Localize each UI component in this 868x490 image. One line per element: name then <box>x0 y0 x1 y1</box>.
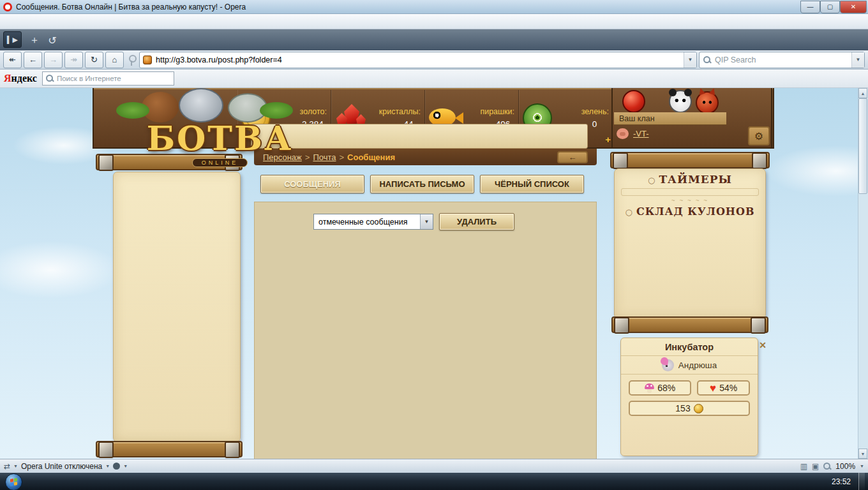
panda-icon[interactable] <box>669 90 692 113</box>
logo-title[interactable]: БОТВА <box>97 121 343 156</box>
right-scroll-bar-bottom <box>611 316 768 333</box>
cloud <box>766 145 868 197</box>
logo-subtitle: ONLINE <box>192 158 248 167</box>
minimize-button[interactable]: — <box>800 1 820 13</box>
title-bar: Сообщения. Ботва Онлайн | Битва за реаль… <box>0 0 868 14</box>
address-bar: ↞ ← → ↠ ↻ ⌂ http://g3.botva.ru/post.php?… <box>0 50 868 70</box>
globe-icon[interactable] <box>113 463 120 470</box>
pendants-heading: ○СКЛАД КУЛОНОВ <box>615 205 765 218</box>
logo-characters <box>97 88 343 121</box>
scroll-thumb[interactable] <box>858 98 867 194</box>
page-viewport: золото: 2.384 кристаллы: 44 пирашки: 496… <box>0 88 868 459</box>
pet-food-stat: 68% <box>629 380 691 396</box>
page-scrollbar[interactable]: ▲ ▼ <box>858 88 868 459</box>
search-icon <box>703 56 711 64</box>
pet-health-stat: ♥ 54% <box>697 380 750 396</box>
heart-icon: ♥ <box>710 383 716 394</box>
incubator-close-icon[interactable]: ✕ <box>759 340 767 350</box>
pet-icon <box>662 359 674 371</box>
close-button[interactable]: ✕ <box>840 1 867 13</box>
devil-icon[interactable] <box>696 91 719 114</box>
back-arrow-button[interactable]: ← <box>557 151 588 163</box>
timers-heading: ○ТАЙМЕРЫ <box>615 173 765 186</box>
resource-label: зелень: <box>581 107 609 116</box>
cloud <box>0 241 121 299</box>
closed-tabs-button[interactable]: ↺ <box>44 33 61 48</box>
clan-link[interactable]: -VT- <box>633 129 649 138</box>
sync-icon[interactable]: ⇄ <box>4 462 10 471</box>
zoom-dropdown[interactable]: ▼ <box>860 464 864 468</box>
pet-name[interactable]: Андрюша <box>678 360 717 370</box>
home-button[interactable]: ⌂ <box>105 52 124 68</box>
right-sidebar-scroll: ○ТАЙМЕРЫ ~ ~ ~ ~ ~ ○СКЛАД КУЛОНОВ <box>614 168 766 319</box>
mushroom-icon <box>645 383 654 393</box>
botva-logo: БОТВА ONLINE <box>97 88 343 176</box>
fast-forward-button[interactable]: ↠ <box>64 52 83 68</box>
buy-green-button[interactable]: + <box>605 134 611 145</box>
scroll-down-arrow[interactable]: ▼ <box>858 449 867 459</box>
left-scroll-bar-bottom <box>96 441 243 457</box>
menu-bar <box>0 14 868 29</box>
status-bar: ⇄▼ Opera Unite отключена▼ ▼ ▥ ▣ 100% ▼ <box>0 459 868 473</box>
breadcrumb-current: Сообщения <box>347 152 395 162</box>
messages-content-panel: отмеченные сообщения ▼ УДАЛИТЬ <box>254 202 597 459</box>
maximize-button[interactable]: ▢ <box>820 1 840 13</box>
windows-taskbar: 23:52 <box>0 473 868 490</box>
tab-black-list[interactable]: ЧЁРНЫЙ СПИСОК <box>480 175 584 193</box>
search-icon <box>46 75 54 82</box>
delete-button[interactable]: УДАЛИТЬ <box>439 213 514 230</box>
clan-pig-icon <box>617 128 629 139</box>
panels-toggle-button[interactable]: ▍▶ <box>3 31 22 48</box>
window-title: Сообщения. Ботва Онлайн | Битва за реаль… <box>16 3 246 11</box>
incubator-panel: Инкубатор ✕ Андрюша 68% ♥ 54% 153 <box>620 338 758 456</box>
messages-filter-select[interactable]: отмеченные сообщения ▼ <box>313 214 433 230</box>
yandex-search-placeholder: Поиск в Интернете <box>57 75 121 82</box>
incubator-title: Инкубатор <box>665 342 714 352</box>
sidebar-gear-button[interactable]: ⚙ <box>748 126 770 145</box>
select-value: отмеченные сообщения <box>314 218 420 226</box>
yandex-search-input[interactable]: Поиск в Интернете <box>42 71 174 85</box>
url-dropdown[interactable]: ▼ <box>684 52 696 68</box>
tab-messages[interactable]: СООБЩЕНИЯ <box>260 175 364 193</box>
forward-button[interactable]: → <box>44 52 63 68</box>
reload-button[interactable]: ↻ <box>85 52 103 68</box>
left-menu-scroll <box>113 172 241 442</box>
rewind-button[interactable]: ↞ <box>3 52 22 68</box>
start-button[interactable] <box>5 473 22 490</box>
system-tray: 23:52 <box>824 473 867 490</box>
resource-label: кристаллы: <box>379 107 421 116</box>
qip-search-input[interactable]: QIP Search ▼ <box>699 52 865 68</box>
tray-clock[interactable]: 23:52 <box>832 477 851 486</box>
security-key-icon <box>126 54 137 66</box>
coin-icon <box>694 404 703 413</box>
zoom-level[interactable]: 100% <box>835 462 855 471</box>
chevron-down-icon: ▼ <box>420 214 433 229</box>
clan-label: Ваш клан <box>614 112 726 125</box>
site-favicon <box>143 56 152 64</box>
opera-unite-status[interactable]: Opera Unite отключена <box>21 462 102 471</box>
pet-coins-stat: 153 <box>629 401 750 416</box>
url-field[interactable]: http://g3.botva.ru/post.php?folder=4 ▼ <box>139 52 697 68</box>
yandex-logo[interactable]: Яндекс <box>4 73 37 84</box>
opera-window: Сообщения. Ботва Онлайн | Битва за реаль… <box>0 0 868 490</box>
divider-ornament: ~ ~ ~ ~ ~ <box>615 196 765 205</box>
tab-bar: ▍▶ ＋ ↺ <box>0 29 868 50</box>
back-button[interactable]: ← <box>24 52 42 68</box>
right-scroll-bar-top <box>610 152 770 168</box>
mail-tabs: СООБЩЕНИЯ НАПИСАТЬ ПИСЬМО ЧЁРНЫЙ СПИСОК <box>260 175 592 193</box>
panels-icon[interactable]: ▥ <box>800 462 807 471</box>
new-tab-button[interactable]: ＋ <box>26 33 43 48</box>
magic-ball-icon[interactable] <box>622 90 645 113</box>
tab-write-letter[interactable]: НАПИСАТЬ ПИСЬМО <box>370 175 474 193</box>
opera-icon <box>3 3 12 11</box>
images-toggle-icon[interactable]: ▣ <box>812 462 819 471</box>
resource-label: пирашки: <box>480 107 514 116</box>
search-placeholder: QIP Search <box>715 56 756 64</box>
message-list <box>261 256 591 459</box>
show-desktop-button[interactable] <box>858 473 865 490</box>
url-text: http://g3.botva.ru/post.php?folder=4 <box>156 56 282 64</box>
search-dropdown[interactable]: ▼ <box>851 52 864 68</box>
yandex-toolbar: Яндекс Поиск в Интернете <box>0 70 868 88</box>
scroll-up-arrow[interactable]: ▲ <box>858 88 867 98</box>
zoom-icon <box>823 463 831 470</box>
